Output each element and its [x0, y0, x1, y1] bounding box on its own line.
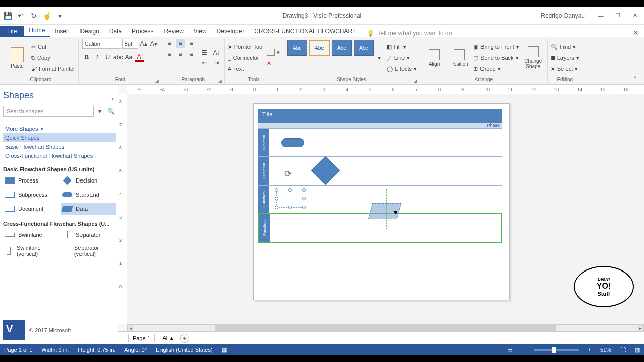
bullets-icon[interactable]: ☰: [200, 48, 209, 57]
drawing-page[interactable]: Title Phase Function Function ⟳: [127, 94, 644, 324]
send-back-button[interactable]: ▢Send to Back▾: [473, 53, 519, 63]
fill-button[interactable]: ◧Fill▾: [387, 42, 417, 52]
more-shapes-row[interactable]: More Shapes▸: [3, 124, 116, 133]
tab-cross-functional[interactable]: CROSS-FUNCTIONAL FLOWCHART: [249, 26, 361, 37]
format-painter-button[interactable]: 🖌Format Painter: [31, 64, 75, 74]
case-button[interactable]: Aa: [124, 53, 133, 62]
layers-button[interactable]: ≣Layers▾: [551, 53, 579, 63]
pointer-tool-button[interactable]: ➤Pointer Tool: [228, 42, 264, 52]
align-button[interactable]: Align: [423, 39, 445, 77]
italic-button[interactable]: I: [93, 53, 102, 62]
shape-swimlane[interactable]: Swimlane: [3, 229, 58, 241]
shape-process[interactable]: Process: [3, 174, 58, 187]
tab-process[interactable]: Process: [127, 26, 158, 37]
align-center-icon[interactable]: ≡: [176, 50, 185, 59]
shape-separator-vertical[interactable]: Separator (vertical): [61, 243, 116, 259]
canvas-shape-startend[interactable]: [281, 138, 304, 147]
align-left-icon[interactable]: ≡: [165, 50, 174, 59]
switch-windows-icon[interactable]: ▥: [635, 347, 640, 353]
zoom-slider[interactable]: [534, 349, 579, 351]
horizontal-scrollbar[interactable]: ◂ ▸: [127, 324, 644, 331]
presentation-mode-icon[interactable]: ▭: [507, 347, 512, 353]
copy-button[interactable]: ⧉Copy: [31, 53, 75, 63]
shape-document[interactable]: Document: [3, 203, 58, 215]
category-basic-flowchart[interactable]: Basic Flowchart Shapes: [3, 142, 116, 151]
decrease-indent-icon[interactable]: ⇤: [200, 58, 209, 67]
line-button[interactable]: ／Line▾: [387, 53, 417, 63]
search-dropdown-icon[interactable]: ▾: [95, 106, 105, 117]
zoom-out-icon[interactable]: −: [521, 347, 524, 353]
tab-home[interactable]: Home: [24, 25, 50, 37]
select-button[interactable]: ➤Select▾: [551, 64, 579, 74]
lane-label-1[interactable]: Function: [258, 129, 269, 156]
font-size-select[interactable]: 8pt.: [122, 39, 138, 49]
tab-data[interactable]: Data: [104, 26, 127, 37]
zoom-in-icon[interactable]: +: [588, 347, 591, 353]
connector-tool-button[interactable]: ⎯Connector: [228, 53, 264, 63]
rotate-handle-icon[interactable]: ⟳: [284, 168, 292, 179]
status-page[interactable]: Page 1 of 1: [4, 347, 32, 353]
collapse-shapes-icon[interactable]: ‹: [112, 95, 114, 102]
style-swatch-1[interactable]: Abc: [287, 40, 307, 56]
save-icon[interactable]: 💾: [3, 11, 12, 20]
paste-button[interactable]: Paste: [6, 39, 28, 77]
fit-window-icon[interactable]: ⛶: [620, 347, 626, 353]
close-tab-icon[interactable]: ✕: [633, 29, 639, 37]
maximize-button[interactable]: ☐: [612, 11, 624, 21]
shrink-font-icon[interactable]: A▾: [149, 39, 158, 48]
style-swatch-2[interactable]: Abc: [309, 40, 330, 56]
position-button[interactable]: Position: [448, 39, 470, 77]
undo-icon[interactable]: ↶: [16, 11, 25, 20]
scroll-thumb[interactable]: [215, 325, 556, 331]
align-right-icon[interactable]: ≡: [187, 50, 196, 59]
swimlane-1[interactable]: Function: [258, 129, 502, 157]
search-icon[interactable]: 🔍: [106, 106, 116, 117]
styles-dialog-launcher[interactable]: ◢: [414, 78, 419, 83]
effects-button[interactable]: ◯Effects▾: [387, 64, 417, 74]
change-shape-button[interactable]: Change Shape: [522, 39, 544, 77]
font-dialog-launcher[interactable]: ◢: [155, 78, 160, 83]
touch-mode-icon[interactable]: ☝: [42, 11, 51, 20]
tab-review[interactable]: Review: [158, 26, 188, 37]
collapse-ribbon-icon[interactable]: ˄: [630, 74, 641, 84]
text-direction-icon[interactable]: A↕: [212, 48, 221, 57]
macro-recording-icon[interactable]: ▦: [222, 347, 227, 353]
minimize-button[interactable]: —: [595, 11, 607, 21]
increase-indent-icon[interactable]: ⇥: [212, 58, 221, 67]
tab-view[interactable]: View: [189, 26, 212, 37]
user-name[interactable]: Rodrigo Danyau: [541, 12, 585, 19]
shape-swimlane-vertical[interactable]: Swimlane (vertical): [3, 243, 58, 259]
tell-me-search[interactable]: 💡 Tell me what you want to do: [367, 30, 452, 37]
chevron-down-icon[interactable]: ▾: [277, 49, 280, 56]
bring-front-button[interactable]: ▣Bring to Front▾: [473, 42, 519, 52]
grow-font-icon[interactable]: A▴: [139, 39, 148, 48]
paragraph-dialog-launcher[interactable]: ◢: [218, 78, 223, 83]
styles-more-icon[interactable]: ▾: [375, 53, 384, 62]
tab-file[interactable]: File: [0, 26, 24, 37]
bold-button[interactable]: B: [82, 53, 91, 62]
redo-icon[interactable]: ↻: [29, 11, 38, 20]
align-top-icon[interactable]: ≡: [165, 39, 174, 48]
align-middle-icon[interactable]: ≡: [176, 39, 185, 48]
qat-dropdown-icon[interactable]: ▾: [55, 11, 64, 20]
delete-tool-icon[interactable]: ✕: [267, 60, 271, 67]
rectangle-tool-icon[interactable]: [267, 49, 275, 56]
tab-design[interactable]: Design: [75, 26, 104, 37]
swimlane-2[interactable]: Function ⟳: [258, 157, 502, 185]
style-swatch-4[interactable]: Abc: [354, 40, 374, 56]
category-cross-functional[interactable]: Cross-Functional Flowchart Shapes: [3, 151, 116, 160]
add-page-button[interactable]: +: [180, 334, 189, 343]
page-tab-1[interactable]: Page-1: [128, 334, 155, 342]
swimlane-title[interactable]: Title: [258, 109, 502, 124]
font-color-button[interactable]: A: [135, 53, 144, 62]
shape-decision[interactable]: Decision: [61, 174, 116, 187]
strikethrough-button[interactable]: abc: [114, 53, 123, 62]
shape-subprocess[interactable]: Subprocess: [3, 189, 58, 201]
shape-separator[interactable]: Separator: [61, 229, 116, 241]
find-button[interactable]: 🔍Find▾: [551, 42, 579, 52]
category-quick-shapes[interactable]: Quick Shapes: [3, 133, 116, 142]
group-button[interactable]: ⊞Group▾: [473, 64, 519, 74]
tab-insert[interactable]: Insert: [50, 26, 75, 37]
align-bottom-icon[interactable]: ≡: [187, 39, 196, 48]
shape-data[interactable]: Data: [61, 203, 116, 215]
